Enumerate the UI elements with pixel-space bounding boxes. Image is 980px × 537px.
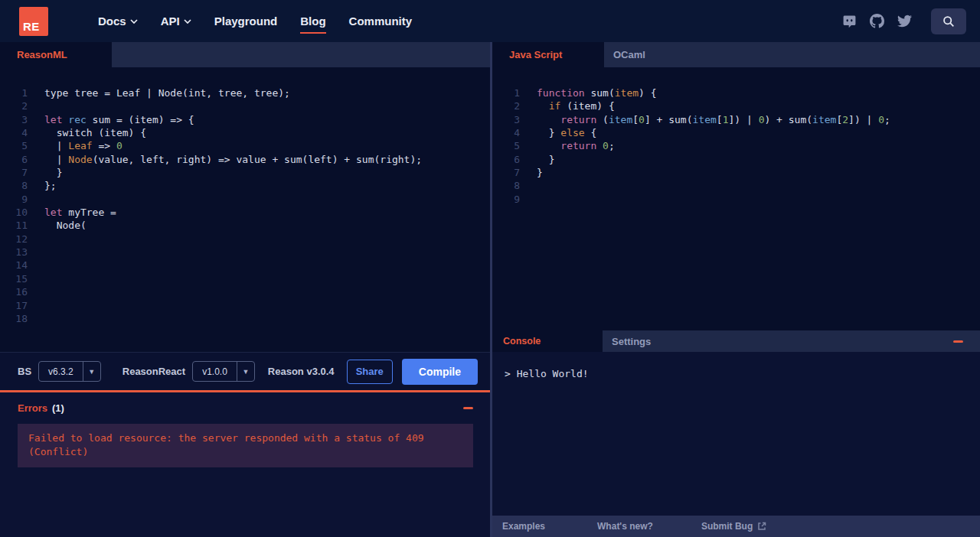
code-line: 5 return 0; <box>492 139 980 152</box>
code-line: 8}; <box>0 179 490 192</box>
code-line: 3let rec sum = (item) => { <box>0 113 490 126</box>
minus-icon <box>463 407 473 409</box>
console-footer: Examples What's new? Submit Bug <box>492 516 980 537</box>
nav-label: Docs <box>98 15 126 28</box>
nav-label: Blog <box>300 15 325 28</box>
code-line: 14 <box>0 259 490 272</box>
code-line: 11 Node( <box>0 219 490 232</box>
reasonreact-version-select[interactable]: v1.0.0 ▼ <box>192 361 255 382</box>
code-line: 16 <box>0 285 490 298</box>
code-line: 9 <box>0 193 490 206</box>
code-line: 2 <box>0 99 490 112</box>
line-number: 3 <box>0 113 28 126</box>
chevron-down-icon <box>184 19 191 24</box>
compiler-controls: BS v6.3.2 ▼ ReasonReact v1.0.0 ▼ Reason … <box>0 352 490 390</box>
code-line: 10let myTree = <box>0 206 490 219</box>
line-number: 4 <box>492 126 520 139</box>
tab-reasonml[interactable]: ReasonML <box>0 42 112 67</box>
code-line: 8 <box>492 179 980 192</box>
line-number: 6 <box>0 153 28 166</box>
code-line: 6 | Node(value, left, right) => value + … <box>0 153 490 166</box>
code-line: 6 } <box>492 153 980 166</box>
line-number: 9 <box>0 193 28 206</box>
code-line: 4 } else { <box>492 126 980 139</box>
line-number: 12 <box>0 233 28 246</box>
line-number: 13 <box>0 246 28 259</box>
nav-item-api[interactable]: API <box>161 15 191 28</box>
github-icon[interactable] <box>870 14 884 28</box>
line-number: 10 <box>0 206 28 219</box>
code-line: 2 if (item) { <box>492 99 980 112</box>
tab-settings[interactable]: Settings <box>603 330 660 352</box>
reasonreact-label: ReasonReact <box>122 366 185 377</box>
reason-logo[interactable]: RE <box>19 7 48 36</box>
tab-javascript[interactable]: Java Script <box>492 42 604 67</box>
code-line: 7} <box>492 166 980 179</box>
line-number: 4 <box>0 126 28 139</box>
nav-item-playground[interactable]: Playground <box>214 15 278 28</box>
collapse-errors-button[interactable] <box>463 407 473 409</box>
submit-bug-label: Submit Bug <box>701 521 753 532</box>
tab-ocaml[interactable]: OCaml <box>604 42 655 67</box>
playground-main: ReasonML 1type tree = Leaf | Node(int, t… <box>0 42 980 537</box>
submit-bug-link[interactable]: Submit Bug <box>701 521 766 532</box>
collapse-console-button[interactable] <box>953 340 963 343</box>
nav-label: Community <box>349 15 413 28</box>
nav-label: Playground <box>214 15 278 28</box>
reason-tabbar: ReasonML <box>0 42 490 67</box>
whats-new-link[interactable]: What's new? <box>597 521 653 532</box>
code-line: 3 return (item[0] + sum(item[1]) | 0) + … <box>492 113 980 126</box>
error-message: Failed to load resource: the server resp… <box>28 431 462 458</box>
bs-label: BS <box>18 366 31 377</box>
output-tabbar: Java Script OCaml <box>492 42 980 67</box>
navbar-icons <box>842 8 966 34</box>
nav-item-blog[interactable]: Blog <box>300 15 325 28</box>
search-button[interactable] <box>931 8 966 34</box>
line-number: 5 <box>492 139 520 152</box>
line-number: 7 <box>492 166 520 179</box>
external-link-icon <box>757 522 766 531</box>
nav-item-docs[interactable]: Docs <box>98 15 138 28</box>
line-number: 15 <box>0 272 28 285</box>
code-line: 1function sum(item) { <box>492 86 980 99</box>
code-line: 15 <box>0 272 490 285</box>
reason-code-editor[interactable]: 1type tree = Leaf | Node(int, tree, tree… <box>0 67 490 352</box>
nav-label: API <box>161 15 180 28</box>
twitter-icon[interactable] <box>897 14 912 28</box>
line-number: 1 <box>0 86 28 99</box>
code-line: 1type tree = Leaf | Node(int, tree, tree… <box>0 86 490 99</box>
logo-text: RE <box>23 20 40 33</box>
code-line: 17 <box>0 299 490 312</box>
discord-icon[interactable] <box>842 14 857 28</box>
share-button[interactable]: Share <box>347 360 393 384</box>
code-line: 7 } <box>0 166 490 179</box>
console-tabbar: Console Settings <box>492 330 980 352</box>
output-pane: Java Script OCaml 1function sum(item) {2… <box>490 42 980 537</box>
line-number: 2 <box>492 99 520 112</box>
line-number: 14 <box>0 259 28 272</box>
errors-header: Errors (1) <box>0 392 490 422</box>
line-number: 18 <box>0 312 28 325</box>
line-number: 11 <box>0 219 28 232</box>
tab-console[interactable]: Console <box>492 330 603 352</box>
nav-links: Docs API Playground Blog Community <box>98 15 412 28</box>
reasonreact-version-value: v1.0.0 <box>193 362 237 381</box>
code-line: 12 <box>0 233 490 246</box>
console-output: > Hello World! <box>492 352 980 516</box>
line-number: 5 <box>0 139 28 152</box>
navbar: RE Docs API Playground Blog Community <box>0 0 980 42</box>
compile-button[interactable]: Compile <box>402 359 478 385</box>
errors-title: Errors <box>18 402 47 414</box>
bs-version-select[interactable]: v6.3.2 ▼ <box>38 361 101 382</box>
chevron-down-icon <box>130 19 138 24</box>
line-number: 6 <box>492 153 520 166</box>
javascript-output-editor[interactable]: 1function sum(item) {2 if (item) {3 retu… <box>492 67 980 330</box>
nav-item-community[interactable]: Community <box>349 15 413 28</box>
minus-icon <box>953 340 963 343</box>
line-number: 16 <box>0 285 28 298</box>
errors-panel: Errors (1) Failed to load resource: the … <box>0 390 490 537</box>
error-message-box: Failed to load resource: the server resp… <box>18 424 473 467</box>
examples-link[interactable]: Examples <box>502 521 545 532</box>
line-number: 17 <box>0 299 28 312</box>
chevron-down-icon: ▼ <box>237 362 254 381</box>
